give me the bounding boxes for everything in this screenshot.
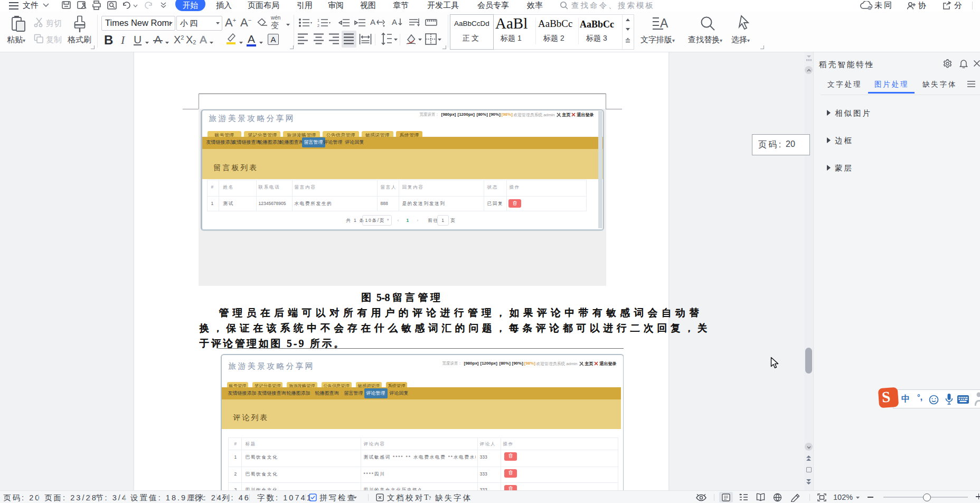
svg-text:A: A bbox=[370, 17, 375, 26]
svg-text:2: 2 bbox=[317, 24, 319, 27]
svg-text:A: A bbox=[660, 16, 668, 30]
svg-text:1: 1 bbox=[317, 18, 319, 22]
svg-text:A: A bbox=[392, 17, 397, 26]
